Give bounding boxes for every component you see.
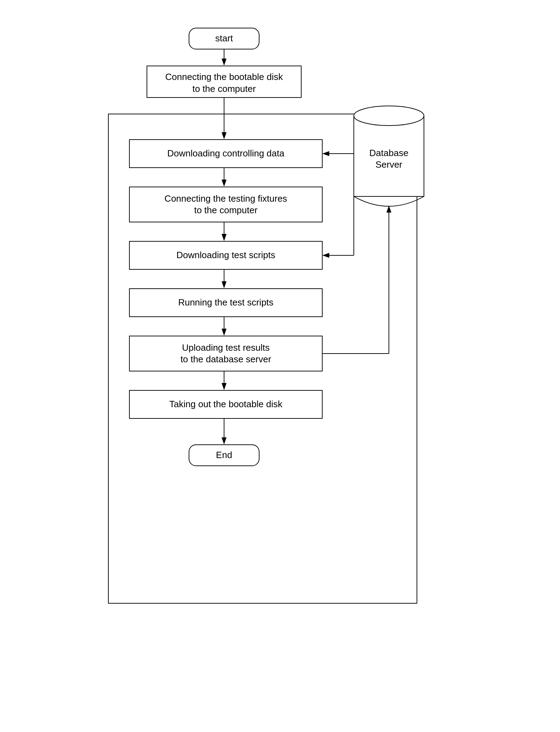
uploading-results-label-1: Uploading test results xyxy=(182,342,269,353)
start-label: start xyxy=(215,33,233,43)
bootable-disk-label-1: Connecting the bootable disk xyxy=(165,72,283,82)
end-label: End xyxy=(216,450,232,460)
svg-rect-9 xyxy=(129,187,322,222)
downloading-data-label: Downloading controlling data xyxy=(167,148,284,159)
uploading-results-label-2: to the database server xyxy=(180,354,271,364)
db-server-label-1: Database xyxy=(369,148,408,158)
taking-out-label: Taking out the bootable disk xyxy=(169,399,282,409)
fixtures-label-1: Connecting the testing fixtures xyxy=(164,193,287,204)
running-scripts-label: Running the test scripts xyxy=(178,297,274,308)
db-server-label-2: Server xyxy=(375,159,402,170)
svg-rect-15 xyxy=(129,336,322,371)
downloading-scripts-label: Downloading test scripts xyxy=(176,250,275,260)
bootable-disk-label-2: to the computer xyxy=(192,83,256,94)
svg-point-21 xyxy=(354,106,424,126)
flowchart-svg: start Connecting the bootable disk to th… xyxy=(87,14,473,716)
fixtures-label-2: to the computer xyxy=(194,205,257,215)
flowchart-diagram: start Connecting the bootable disk to th… xyxy=(87,14,473,716)
